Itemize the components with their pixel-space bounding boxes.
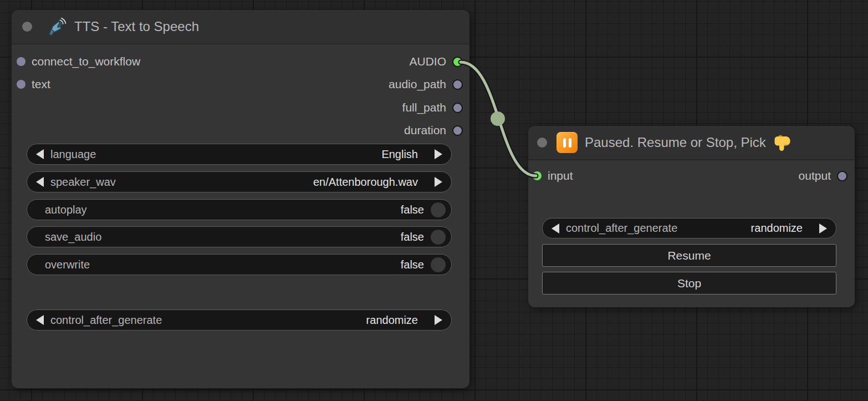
output-slot-label: duration (404, 124, 446, 137)
node-tts[interactable]: TTS - Text to Speech connect_to_workflow… (12, 10, 469, 388)
toggle-label: save_audio (45, 231, 101, 243)
combo-next-arrow-icon[interactable] (435, 177, 442, 187)
toggle-autoplay[interactable]: autoplay false (27, 199, 452, 220)
combo-value: English (381, 148, 418, 161)
input-slot-label: text (32, 78, 50, 91)
pointing-down-icon (772, 131, 794, 154)
combo-label: language (50, 148, 96, 161)
stop-button[interactable]: Stop (542, 272, 836, 295)
node-graph-canvas[interactable]: TTS - Text to Speech connect_to_workflow… (0, 0, 868, 401)
combo-prev-arrow-icon[interactable] (36, 177, 44, 187)
toggle-overwrite[interactable]: overwrite false (27, 254, 452, 275)
collapse-toggle[interactable] (22, 22, 32, 32)
combo-label: control_after_generate (566, 222, 677, 235)
combo-value: randomize (751, 222, 803, 235)
combo-control-after-generate[interactable]: control_after_generate randomize (27, 309, 452, 331)
pause-bar (563, 138, 566, 148)
toggle-label: overwrite (45, 258, 90, 271)
output-slot-audio-path[interactable]: audio_path (389, 77, 463, 92)
combo-control-after-generate[interactable]: control_after_generate randomize (542, 218, 836, 238)
input-dot[interactable] (17, 57, 25, 66)
output-dot[interactable] (837, 171, 847, 181)
input-slot-text[interactable]: text (17, 77, 50, 92)
combo-label: control_after_generate (50, 314, 162, 327)
pause-icon (556, 132, 578, 153)
input-slot-label: connect_to_workflow (32, 55, 140, 68)
output-slot-label: audio_path (389, 78, 446, 91)
output-slot-output[interactable]: output (799, 169, 847, 183)
combo-prev-arrow-icon[interactable] (36, 315, 44, 325)
combo-language[interactable]: language English (27, 144, 452, 165)
combo-next-arrow-icon[interactable] (819, 224, 827, 234)
output-slot-audio[interactable]: AUDIO (409, 54, 463, 69)
output-slot-full-path[interactable]: full_path (402, 100, 463, 115)
link-midpoint-dot[interactable] (491, 111, 505, 126)
resume-button[interactable]: Resume (542, 244, 836, 267)
toggle-knob[interactable] (431, 230, 446, 245)
input-slot-label: input (548, 169, 573, 182)
output-slot-label: AUDIO (409, 55, 446, 68)
collapse-toggle[interactable] (537, 138, 547, 148)
input-dot[interactable] (17, 80, 25, 89)
toggle-save-audio[interactable]: save_audio false (27, 226, 452, 247)
combo-prev-arrow-icon[interactable] (36, 149, 44, 159)
output-dot[interactable] (452, 103, 463, 113)
toggle-value: false (401, 231, 424, 243)
combo-value: en/Attenborough.wav (313, 176, 418, 189)
toggle-value: false (401, 258, 424, 271)
output-slot-duration[interactable]: duration (404, 123, 463, 138)
output-slot-label: output (799, 169, 831, 182)
combo-value: randomize (366, 314, 418, 327)
loudspeaker-icon (44, 15, 68, 38)
combo-speaker-wav[interactable]: speaker_wav en/Attenborough.wav (27, 171, 452, 192)
toggle-knob[interactable] (431, 257, 446, 272)
output-dot[interactable] (452, 125, 463, 136)
toggle-knob[interactable] (431, 202, 446, 217)
output-dot[interactable] (452, 79, 463, 90)
combo-label: speaker_wav (50, 176, 116, 189)
node-tts-title-bar[interactable]: TTS - Text to Speech (12, 10, 469, 44)
toggle-value: false (401, 204, 424, 216)
combo-prev-arrow-icon[interactable] (552, 224, 559, 234)
toggle-label: autoplay (45, 204, 87, 216)
node-paused-title-bar[interactable]: Paused. Resume or Stop, Pick (528, 126, 855, 160)
combo-next-arrow-icon[interactable] (435, 149, 442, 159)
input-slot-input[interactable]: input (533, 169, 573, 183)
node-paused-title: Paused. Resume or Stop, Pick (585, 135, 766, 150)
pause-bar (569, 138, 571, 148)
combo-next-arrow-icon[interactable] (435, 315, 442, 325)
node-paused[interactable]: Paused. Resume or Stop, Pick input outpu… (528, 126, 855, 307)
output-slot-label: full_path (402, 101, 446, 114)
input-slot-connect-to-workflow[interactable]: connect_to_workflow (17, 54, 140, 69)
node-tts-title: TTS - Text to Speech (74, 19, 199, 34)
